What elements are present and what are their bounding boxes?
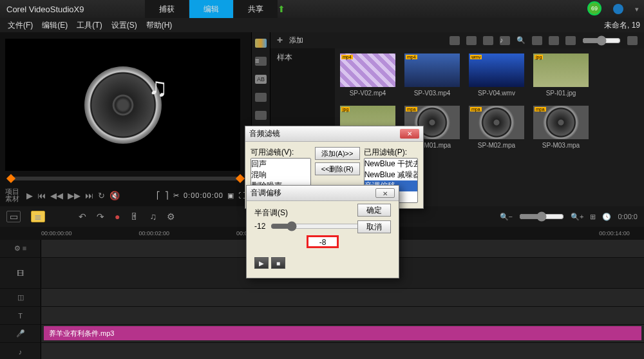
library-thumb[interactable]: mp4SP-V02.mp4 [340,53,395,97]
overlay-track[interactable]: ◫ [0,289,644,307]
dialog-titlebar[interactable]: 音调偏移 ✕ [247,186,399,201]
music-track[interactable]: ♪ [0,343,644,359]
tab-share[interactable]: 共享 [234,0,278,19]
preview-play-button[interactable]: ▶ [254,257,269,269]
folder-icon[interactable] [450,36,460,45]
playback-slider[interactable] [8,177,243,180]
cancel-button[interactable]: 取消 [357,220,391,233]
zoom-time[interactable]: 0:00:0 [618,213,638,220]
zoom-out-icon[interactable]: 🔍− [500,213,513,221]
track-manager-icon[interactable]: ⚙ [167,211,175,222]
app-version: X9 [74,5,84,14]
notification-badge[interactable]: 69 [587,1,601,15]
audio-filter-icon[interactable]: ♪ [500,36,510,45]
loop-button[interactable]: ↻ [98,191,105,200]
ok-button[interactable]: 确定 [357,204,391,217]
dialog-titlebar[interactable]: 音频滤镜 ✕ [245,126,423,142]
audio-clip[interactable]: 养羊业有利条件.mp3 [44,326,641,340]
thumb-image: mp4 [340,53,395,87]
image-filter-icon[interactable] [483,36,493,45]
library-thumb[interactable]: mp4SP-V03.mp4 [404,53,460,97]
format-tag: mpa [406,107,417,112]
add-filter-button[interactable]: 添加(A)>> [315,147,360,160]
title-category-icon[interactable]: AB [255,75,267,84]
options-icon[interactable] [627,36,638,45]
preview-stop-button[interactable]: ■ [271,257,285,269]
library-thumb[interactable]: wmvSP-V04.wmv [469,53,524,97]
format-tag: wmv [470,55,482,59]
overlay-icon: ◫ [17,293,24,302]
undo-icon[interactable]: ↶ [79,211,86,222]
mark-out-icon[interactable]: ⎤ [165,191,169,200]
voice-track[interactable]: 🎤 养羊业有利条件.mp3 [0,325,644,343]
graphic-category-icon[interactable] [255,93,267,102]
remove-filter-button[interactable]: <<删除(R) [315,162,360,175]
mic-icon: 🎤 [16,329,25,338]
search-icon[interactable]: 🔍 [516,36,526,44]
library-thumb[interactable]: jpgSP-I01.jpg [533,53,589,97]
thumb-caption: SP-V03.mp4 [404,90,460,97]
title-track-icon: T [18,312,23,320]
tab-edit[interactable]: 编辑 [189,0,233,19]
sample-folder[interactable]: 样本 [277,52,328,63]
video-filter-icon[interactable] [466,36,477,45]
add-label[interactable]: 添加 [289,35,303,45]
add-folder-icon[interactable]: ✚ [277,36,283,44]
dropdown-icon[interactable]: ▾ [635,5,639,14]
timeline-view-icon[interactable]: ≣ [31,211,45,222]
format-tag: jpg [341,107,350,112]
main-tabs: 捕获 编辑 共享 [145,0,278,19]
library-thumb[interactable]: mpaSP-M02.mpa [469,106,524,149]
record-icon[interactable]: ● [115,211,120,222]
menu-file[interactable]: 文件(F) [8,20,33,31]
menu-settings[interactable]: 设置(S) [111,20,137,31]
thumb-caption: SP-I01.jpg [533,90,589,97]
title-track[interactable]: T [0,307,644,325]
media-category-icon[interactable] [255,39,267,48]
play-button[interactable]: ▶ [26,191,33,200]
auto-music-icon[interactable]: ♫ [149,211,156,222]
format-tag: mp4 [406,55,417,59]
redo-icon[interactable]: ↷ [97,211,104,222]
next-frame-button[interactable]: ⏭ [85,191,93,200]
mute-button[interactable]: 🔇 [109,191,120,200]
timecode[interactable]: 0:00:00:00 [184,191,223,199]
format-tag: mpa [470,107,482,112]
thumb-caption: SP-M02.mpa [469,142,524,149]
menu-edit[interactable]: 编辑(E) [42,20,68,31]
filter-category-icon[interactable] [255,111,267,120]
view-list-icon[interactable] [565,36,576,45]
tab-capture[interactable]: 捕获 [145,0,189,19]
view-thumb-icon[interactable] [549,36,559,45]
thumb-image: mp4 [404,53,460,87]
clip-label: 养羊业有利条件.mp3 [49,329,114,338]
app-logo: Corel VideoStudioX9 [6,5,84,14]
prev-frame-button[interactable]: ⏮ [37,191,46,200]
forward-button[interactable]: ▶▶ [68,191,80,200]
zoom-in-icon[interactable]: 🔍+ [571,213,583,221]
library-thumb[interactable]: mpaSP-M03.mpa [533,106,589,149]
mixer-icon[interactable]: 🎚 [130,211,139,222]
track-controls[interactable]: ⚙ ≡ [0,240,41,257]
globe-icon[interactable] [613,4,623,14]
expand-icon[interactable]: ▣ [227,191,234,200]
close-icon[interactable]: ✕ [400,129,419,139]
thumb-image: mpa [469,106,524,139]
sort-icon[interactable] [532,36,542,45]
cut-icon[interactable]: ✂ [173,191,180,200]
music-note-icon: ♫ [149,73,168,102]
mark-in-icon[interactable]: ⎡ [156,191,161,200]
upload-icon[interactable]: ⬆ [278,4,285,14]
close-icon[interactable]: ✕ [375,188,395,198]
zoom-slider[interactable] [519,211,564,222]
rewind-button[interactable]: ◀◀ [50,191,63,200]
menu-tools[interactable]: 工具(T) [77,20,102,31]
mode-labels[interactable]: 项目 素材 [5,188,19,202]
menu-help[interactable]: 帮助(H) [146,20,173,31]
format-tag: mp4 [341,55,353,59]
fit-icon[interactable]: ⊞ [590,213,596,221]
storyboard-view-icon[interactable]: ▭ [6,211,21,222]
format-tag: jpg [535,55,543,59]
transition-category-icon[interactable]: ≡ [255,57,267,66]
thumb-size-slider[interactable] [582,35,621,46]
